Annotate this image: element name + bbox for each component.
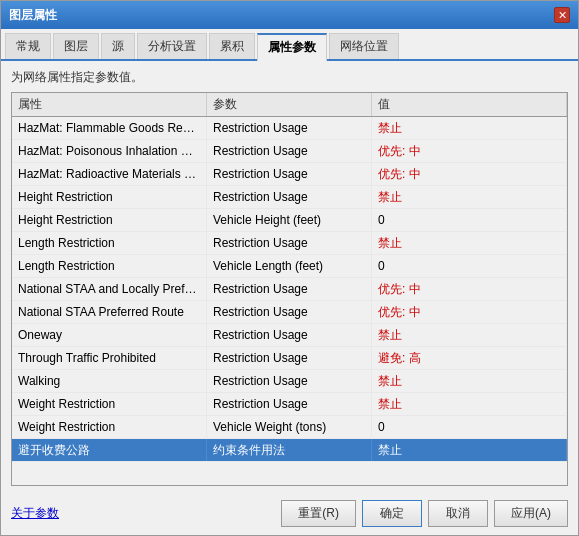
cell-attribute: Height Restriction	[12, 186, 207, 208]
table-row[interactable]: HazMat: Flammable Goods Restric...Restri…	[12, 117, 567, 140]
cell-value: 禁止	[372, 370, 567, 392]
value-link[interactable]: 禁止	[378, 328, 402, 342]
title-bar: 图层属性 ✕	[1, 1, 578, 29]
value-link[interactable]: 避免: 高	[378, 351, 421, 365]
cell-parameter: Restriction Usage	[207, 370, 372, 392]
value-link[interactable]: 优先: 中	[378, 305, 421, 319]
table-header: 属性 参数 值	[12, 93, 567, 117]
cell-parameter: Restriction Usage	[207, 393, 372, 415]
close-button[interactable]: ✕	[554, 7, 570, 23]
cell-parameter: Restriction Usage	[207, 186, 372, 208]
value-link[interactable]: 禁止	[378, 397, 402, 411]
apply-button[interactable]: 应用(A)	[494, 500, 568, 527]
cell-parameter: Restriction Usage	[207, 140, 372, 162]
table-body[interactable]: HazMat: Flammable Goods Restric...Restri…	[12, 117, 567, 485]
header-parameter: 参数	[207, 93, 372, 116]
description-text: 为网络属性指定参数值。	[11, 69, 568, 86]
table-row[interactable]: National STAA and Locally Preferre...Res…	[12, 278, 567, 301]
cell-value: 禁止	[372, 232, 567, 254]
cell-parameter: Vehicle Length (feet)	[207, 255, 372, 277]
cell-parameter: Restriction Usage	[207, 324, 372, 346]
value-link[interactable]: 禁止	[378, 374, 402, 388]
ok-button[interactable]: 确定	[362, 500, 422, 527]
cell-attribute: Length Restriction	[12, 255, 207, 277]
cell-attribute: HazMat: Radioactive Materials Pre...	[12, 163, 207, 185]
table-row[interactable]: National STAA Preferred RouteRestriction…	[12, 301, 567, 324]
cell-value: 禁止	[372, 324, 567, 346]
cancel-button[interactable]: 取消	[428, 500, 488, 527]
tab-图层[interactable]: 图层	[53, 33, 99, 59]
table-row[interactable]: WalkingRestriction Usage禁止	[12, 370, 567, 393]
property-table: 属性 参数 值 HazMat: Flammable Goods Restric.…	[11, 92, 568, 486]
cell-value: 禁止	[372, 117, 567, 139]
cell-attribute: Length Restriction	[12, 232, 207, 254]
tab-源[interactable]: 源	[101, 33, 135, 59]
cell-value: 优先: 中	[372, 301, 567, 323]
table-row[interactable]: Length RestrictionRestriction Usage禁止	[12, 232, 567, 255]
cell-value: 0	[372, 255, 567, 277]
cell-value: 禁止	[372, 439, 567, 461]
cell-attribute: Through Traffic Prohibited	[12, 347, 207, 369]
tab-属性参数[interactable]: 属性参数	[257, 33, 327, 61]
table-row[interactable]: Height RestrictionRestriction Usage禁止	[12, 186, 567, 209]
dialog: 图层属性 ✕ 常规图层源分析设置累积属性参数网络位置 为网络属性指定参数值。 属…	[0, 0, 579, 536]
tab-bar: 常规图层源分析设置累积属性参数网络位置	[1, 29, 578, 61]
value-link[interactable]: 优先: 中	[378, 144, 421, 158]
cell-parameter: Restriction Usage	[207, 117, 372, 139]
button-group: 重置(R) 确定 取消 应用(A)	[281, 500, 568, 527]
table-row[interactable]: Through Traffic ProhibitedRestriction Us…	[12, 347, 567, 370]
table-row[interactable]: HazMat: Poisonous Inhalation Haz...Restr…	[12, 140, 567, 163]
reset-button[interactable]: 重置(R)	[281, 500, 356, 527]
cell-value: 禁止	[372, 393, 567, 415]
cell-parameter: 约束条件用法	[207, 439, 372, 461]
cell-parameter: Vehicle Weight (tons)	[207, 416, 372, 438]
header-value: 值	[372, 93, 567, 116]
cell-attribute: Walking	[12, 370, 207, 392]
cell-attribute: National STAA Preferred Route	[12, 301, 207, 323]
cell-value: 优先: 中	[372, 278, 567, 300]
value-link[interactable]: 禁止	[378, 121, 402, 135]
table-row[interactable]: OnewayRestriction Usage禁止	[12, 324, 567, 347]
cell-parameter: Restriction Usage	[207, 163, 372, 185]
value-link[interactable]: 禁止	[378, 190, 402, 204]
cell-attribute: 避开收费公路	[12, 439, 207, 461]
cell-parameter: Restriction Usage	[207, 347, 372, 369]
value-link[interactable]: 优先: 中	[378, 282, 421, 296]
tab-分析设置[interactable]: 分析设置	[137, 33, 207, 59]
cell-value: 0	[372, 416, 567, 438]
cell-parameter: Restriction Usage	[207, 278, 372, 300]
tab-累积[interactable]: 累积	[209, 33, 255, 59]
value-link[interactable]: 优先: 中	[378, 167, 421, 181]
cell-parameter: Restriction Usage	[207, 301, 372, 323]
table-row[interactable]: Length RestrictionVehicle Length (feet)0	[12, 255, 567, 278]
table-row[interactable]: 避开收费公路约束条件用法禁止	[12, 439, 567, 462]
cell-attribute: HazMat: Flammable Goods Restric...	[12, 117, 207, 139]
footer: 关于参数 重置(R) 确定 取消 应用(A)	[1, 494, 578, 535]
cell-attribute: Weight Restriction	[12, 393, 207, 415]
table-row[interactable]: Weight RestrictionRestriction Usage禁止	[12, 393, 567, 416]
tab-网络位置[interactable]: 网络位置	[329, 33, 399, 59]
main-content: 为网络属性指定参数值。 属性 参数 值 HazMat: Flammable Go…	[1, 61, 578, 494]
cell-value: 0	[372, 209, 567, 231]
cell-attribute: Oneway	[12, 324, 207, 346]
header-attribute: 属性	[12, 93, 207, 116]
cell-attribute: Weight Restriction	[12, 416, 207, 438]
table-row[interactable]: Height RestrictionVehicle Height (feet)0	[12, 209, 567, 232]
cell-parameter: Vehicle Height (feet)	[207, 209, 372, 231]
table-row[interactable]: Weight RestrictionVehicle Weight (tons)0	[12, 416, 567, 439]
tab-常规[interactable]: 常规	[5, 33, 51, 59]
cell-value: 优先: 中	[372, 140, 567, 162]
cell-value: 优先: 中	[372, 163, 567, 185]
title-bar-text: 图层属性	[9, 7, 57, 24]
cell-value: 避免: 高	[372, 347, 567, 369]
cell-parameter: Restriction Usage	[207, 232, 372, 254]
table-row[interactable]: HazMat: Radioactive Materials Pre...Rest…	[12, 163, 567, 186]
cell-attribute: Height Restriction	[12, 209, 207, 231]
cell-attribute: National STAA and Locally Preferre...	[12, 278, 207, 300]
about-params-link[interactable]: 关于参数	[11, 505, 59, 522]
value-link[interactable]: 禁止	[378, 236, 402, 250]
cell-attribute: HazMat: Poisonous Inhalation Haz...	[12, 140, 207, 162]
cell-value: 禁止	[372, 186, 567, 208]
